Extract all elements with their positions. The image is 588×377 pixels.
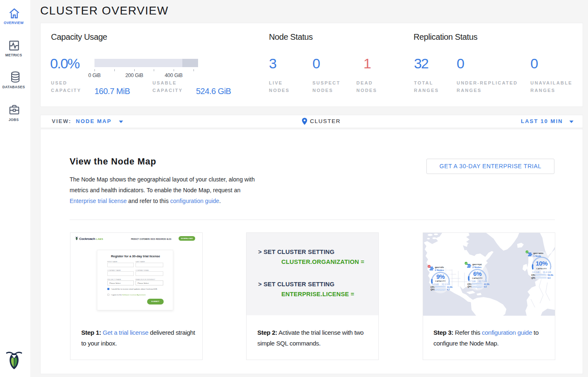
svg-text:CAPACITY: CAPACITY	[472, 277, 482, 279]
svg-text:0.0: 0.0	[484, 286, 487, 288]
svg-text:10%: 10%	[536, 260, 548, 267]
svg-text:QPS: QPS	[431, 289, 435, 291]
svg-text:4.7: 4.7	[447, 289, 450, 291]
svg-text:65.7 GiB: 65.7 GiB	[479, 280, 487, 283]
svg-text:6%: 6%	[473, 271, 482, 277]
svg-text:2 Nodes: 2 Nodes	[472, 266, 482, 268]
svg-text:53.3%: 53.3%	[548, 274, 554, 276]
svg-text:CAPACITY: CAPACITY	[435, 280, 445, 282]
svg-text:9%: 9%	[436, 273, 445, 280]
svg-text:geo=nyc: geo=nyc	[472, 263, 482, 266]
svg-text:QPS: QPS	[467, 286, 472, 288]
svg-text:3.2 GiB: 3.2 GiB	[432, 283, 439, 285]
svg-text:6.4: 6.4	[548, 277, 551, 279]
svg-text:2 Nodes: 2 Nodes	[435, 269, 444, 271]
svg-text:CAPACITY: CAPACITY	[536, 268, 547, 270]
svg-text:1 Node: 1 Node	[533, 255, 541, 257]
svg-text:36.4 GiB: 36.4 GiB	[543, 271, 552, 273]
svg-text:3.6 GiB: 3.6 GiB	[532, 271, 540, 273]
svg-text:33.1 GiB: 33.1 GiB	[442, 283, 450, 285]
svg-text:CPU: CPU	[467, 283, 472, 285]
svg-text:42.5%: 42.5%	[484, 283, 490, 285]
svg-text:geo=ams: geo=ams	[533, 252, 543, 254]
svg-text:CPU: CPU	[431, 286, 435, 288]
svg-text:geo=sfo: geo=sfo	[435, 266, 444, 268]
svg-text:3.7 GiB: 3.7 GiB	[469, 280, 476, 283]
svg-text:QPS: QPS	[531, 277, 536, 279]
svg-text:11.0%: 11.0%	[447, 286, 453, 288]
svg-text:CPU: CPU	[531, 274, 536, 276]
